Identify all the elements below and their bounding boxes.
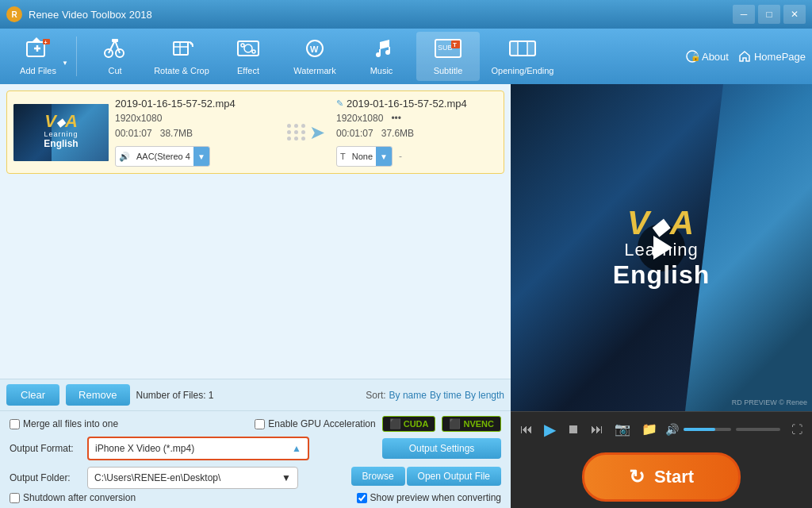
clear-button[interactable]: Clear: [6, 384, 59, 406]
remove-button[interactable]: Remove: [66, 384, 129, 406]
folder-dropdown[interactable]: C:\Users\RENEE-en\Desktop\ ▼: [87, 467, 298, 489]
toolbar-divider-1: [76, 37, 77, 76]
browse-button[interactable]: Browse: [351, 467, 405, 486]
fullscreen-button[interactable]: ⛶: [788, 420, 806, 439]
show-preview-checkbox[interactable]: Show preview when converting: [357, 492, 501, 503]
sort-by-length[interactable]: By length: [465, 390, 504, 401]
toolbar-opening-ending[interactable]: Opening/Ending: [483, 32, 562, 81]
stop-button[interactable]: ⏹: [564, 419, 583, 440]
toolbar-rotate-crop[interactable]: Rotate & Crop: [150, 32, 213, 81]
subtitle-dropdown-arrow[interactable]: ▼: [376, 147, 392, 166]
toolbar-watermark[interactable]: W Watermark: [283, 32, 347, 81]
merge-files-label: Merge all files into one: [23, 418, 118, 429]
options-row1: Merge all files into one Enable GPU Acce…: [10, 416, 501, 432]
options-row4: Shutdown after conversion Show preview w…: [10, 492, 501, 503]
enable-gpu-checkbox[interactable]: Enable GPU Acceleration: [255, 418, 375, 429]
effect-label: Effect: [237, 66, 259, 75]
subtitle-select-icon: T: [337, 152, 349, 161]
about-link[interactable]: 🔒 About: [686, 50, 729, 63]
format-select-row: Output Format: iPhone X Video (*.mp4) ▲: [10, 437, 374, 460]
sort-by-name[interactable]: By name: [389, 390, 427, 401]
rotate-crop-icon: [169, 37, 194, 63]
output-settings-button[interactable]: Output Settings: [382, 438, 501, 459]
close-button[interactable]: ✕: [783, 5, 806, 24]
output-file-info: ✎ 2019-01-16-15-57-52.mp4 1920x1080 ••• …: [336, 98, 497, 167]
opening-ending-label: Opening/Ending: [492, 66, 554, 75]
volume-bar[interactable]: [684, 428, 731, 431]
input-duration: 00:01:07: [115, 128, 152, 139]
toolbar-add-files[interactable]: + Add Files ▼: [6, 32, 70, 81]
progress-bar[interactable]: [736, 428, 780, 431]
input-resolution: 1920x1080: [115, 111, 276, 126]
start-label: Start: [654, 467, 694, 487]
output-controls: T None ▼ -: [336, 146, 497, 167]
output-resolution-row: 1920x1080 •••: [336, 111, 497, 126]
svg-point-16: [244, 44, 252, 52]
toolbar-cut[interactable]: Cut: [83, 32, 147, 81]
toolbar-subtitle[interactable]: SUB T Subtitle: [416, 32, 480, 81]
subtitle-icon: SUB T: [434, 37, 462, 63]
svg-marker-12: [190, 41, 193, 44]
shutdown-input[interactable]: [10, 493, 20, 503]
minimize-button[interactable]: ─: [733, 5, 755, 24]
gpu-section: Enable GPU Acceleration ⬛ CUDA ⬛ NVENC: [255, 416, 501, 432]
format-row: Output Format: iPhone X Video (*.mp4) ▲ …: [10, 437, 501, 460]
snapshot-button[interactable]: 📷: [611, 418, 634, 440]
homepage-link[interactable]: HomePage: [738, 50, 806, 63]
svg-rect-15: [238, 41, 259, 56]
audio-dropdown-arrow[interactable]: ▼: [193, 147, 209, 166]
nvenc-badge[interactable]: ⬛ NVENC: [442, 416, 501, 432]
cut-icon: [102, 37, 128, 63]
folder-button[interactable]: 📁: [638, 418, 661, 440]
cuda-badge[interactable]: ⬛ CUDA: [382, 416, 436, 432]
open-output-button[interactable]: Open Output File: [407, 467, 501, 486]
toolbar-effect[interactable]: Effect: [216, 32, 280, 81]
input-size: 38.7MB: [160, 128, 193, 139]
right-panel: V◆A Learning English RD PREVIEW © Renee …: [511, 84, 812, 508]
svg-rect-33: [527, 41, 535, 56]
start-button[interactable]: ↻ Start: [582, 452, 741, 502]
output-folder-label: Output Folder:: [10, 472, 81, 483]
music-icon: [369, 37, 394, 63]
svg-point-18: [252, 50, 255, 53]
show-preview-label: Show preview when converting: [370, 492, 501, 503]
nvidia-cuda-icon: ⬛: [389, 418, 401, 429]
toolbar-music[interactable]: Music: [350, 32, 413, 81]
svg-marker-1: [32, 37, 41, 42]
add-files-dropdown-icon: ▼: [62, 60, 68, 67]
video-watermark: RD PREVIEW © Renee: [732, 398, 807, 406]
output-dash: -: [399, 151, 402, 162]
preview-checkbox-area: Show preview when converting: [357, 492, 501, 503]
sort-by-time[interactable]: By time: [430, 390, 462, 401]
svg-point-22: [376, 52, 381, 57]
svg-point-17: [241, 44, 244, 47]
english-text: English: [613, 260, 710, 290]
homepage-label: HomePage: [754, 51, 806, 63]
format-dropdown[interactable]: iPhone X Video (*.mp4) ▲: [87, 437, 309, 460]
show-preview-input[interactable]: [357, 493, 367, 503]
next-frame-button[interactable]: ⏭: [588, 419, 607, 440]
maximize-button[interactable]: □: [758, 5, 780, 24]
merge-files-input[interactable]: [10, 419, 20, 429]
toolbar-right: 🔒 About HomePage: [686, 50, 806, 63]
enable-gpu-input[interactable]: [255, 419, 265, 429]
merge-files-checkbox[interactable]: Merge all files into one: [10, 418, 118, 429]
browse-open-area: Browse Open Output File: [351, 467, 501, 486]
file-item: V◆A Learning English 2019-01-16-15-57-52…: [6, 90, 504, 174]
audio-track-select[interactable]: 🔊 AAC(Stereo 4 ▼: [115, 146, 210, 167]
file-count: Number of Files: 1: [136, 390, 214, 401]
folder-row: Output Folder: C:\Users\RENEE-en\Desktop…: [10, 464, 501, 489]
svg-point-24: [385, 50, 390, 55]
subtitle-select[interactable]: T None ▼: [336, 146, 393, 167]
nvidia-nvenc-icon: ⬛: [449, 418, 461, 429]
input-controls: 🔊 AAC(Stereo 4 ▼: [115, 146, 276, 167]
sort-label: Sort:: [366, 390, 385, 401]
arrow-dots-grid: [287, 124, 306, 140]
shutdown-checkbox[interactable]: Shutdown after conversion: [10, 492, 136, 503]
prev-frame-button[interactable]: ⏮: [517, 419, 536, 440]
format-arrow-icon: ▲: [292, 443, 301, 454]
play-pause-button[interactable]: ▶: [541, 417, 559, 442]
svg-rect-10: [112, 39, 118, 42]
audio-track-value: AAC(Stereo 4: [133, 152, 193, 161]
convert-arrow: ➤: [282, 121, 330, 144]
